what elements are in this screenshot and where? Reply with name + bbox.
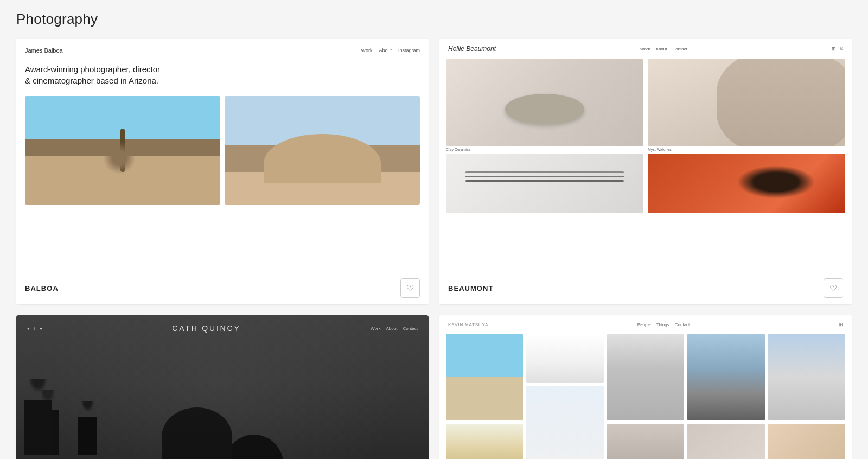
kevin-photo-cliff bbox=[687, 334, 764, 420]
beaumont-photo-watch bbox=[648, 59, 845, 146]
balboa-photo-desert bbox=[25, 96, 220, 205]
beaumont-favorite-button[interactable]: ♡ bbox=[824, 278, 843, 298]
beaumont-preview-inner: Hollie Beaumont Work About Contact ⊞ 𝕏 C… bbox=[439, 39, 852, 272]
beaumont-nav-icons: ⊞ 𝕏 bbox=[832, 46, 843, 52]
kevin-photo-misc1 bbox=[687, 424, 764, 459]
heart-icon: ♡ bbox=[829, 283, 837, 294]
beaumont-nav-contact[interactable]: Contact bbox=[672, 47, 687, 52]
beaumont-grid-icon: ⊞ bbox=[832, 46, 836, 52]
balboa-tagline: Award-winning photographer, director & c… bbox=[25, 63, 166, 86]
beaumont-logo: Hollie Beaumont bbox=[448, 45, 496, 53]
kevin-logo: KEVIN MATSUYA bbox=[448, 322, 488, 327]
template-grid: James Balboa Work About Instagram Award-… bbox=[16, 39, 852, 459]
figure-right bbox=[224, 435, 284, 459]
cathquincy-logo: CATH QUINCY bbox=[172, 324, 240, 333]
kevin-photo-portrait bbox=[607, 334, 684, 420]
beaumont-photo-bowl bbox=[446, 59, 643, 146]
kevin-nav: KEVIN MATSUYA People Things Contact ⊞ bbox=[446, 322, 845, 327]
beaumont-card-name: BEAUMONT bbox=[448, 284, 493, 292]
cathquincy-facebook-icon: f bbox=[34, 326, 35, 331]
kevinmatsuya-preview-inner: KEVIN MATSUYA People Things Contact ⊞ bbox=[439, 315, 852, 459]
balboa-footer: BALBOA ♡ bbox=[16, 272, 429, 304]
beaumont-caption-2: Myst Watches bbox=[648, 148, 845, 151]
kevin-nav-contact[interactable]: Contact bbox=[675, 322, 690, 327]
cathquincy-preview-inner: ● f ● CATH QUINCY Work About Contact bbox=[16, 315, 429, 459]
cathquincy-nav-work[interactable]: Work bbox=[371, 326, 381, 331]
cathquincy-preview: ● f ● CATH QUINCY Work About Contact bbox=[16, 315, 429, 459]
card-cathquincy: ● f ● CATH QUINCY Work About Contact bbox=[16, 315, 429, 459]
beaumont-photo-glasses bbox=[648, 154, 845, 213]
balboa-preview-inner: James Balboa Work About Instagram Award-… bbox=[16, 39, 429, 272]
balboa-favorite-button[interactable]: ♡ bbox=[400, 278, 420, 298]
heart-icon: ♡ bbox=[406, 283, 414, 294]
balboa-nav-work[interactable]: Work bbox=[361, 48, 373, 53]
kevin-photo-white bbox=[526, 386, 603, 459]
cathquincy-instagram-icon: ● bbox=[40, 326, 42, 331]
kevin-col-3 bbox=[607, 334, 684, 459]
cathquincy-nav: ● f ● CATH QUINCY Work About Contact bbox=[16, 324, 429, 333]
card-balboa: James Balboa Work About Instagram Award-… bbox=[16, 39, 429, 304]
cathquincy-nav-about[interactable]: About bbox=[386, 326, 398, 331]
beaumont-footer: BEAUMONT ♡ bbox=[439, 272, 852, 304]
cathquincy-nav-links: Work About Contact bbox=[371, 326, 418, 331]
beaumont-preview: Hollie Beaumont Work About Contact ⊞ 𝕏 C… bbox=[439, 39, 852, 272]
beaumont-nav: Hollie Beaumont Work About Contact ⊞ 𝕏 bbox=[446, 45, 845, 53]
beaumont-nav-about[interactable]: About bbox=[656, 47, 667, 52]
card-beaumont: Hollie Beaumont Work About Contact ⊞ 𝕏 C… bbox=[439, 39, 852, 304]
balboa-photos bbox=[25, 96, 420, 263]
kevin-photo-beach bbox=[446, 334, 523, 420]
beaumont-col-1: Clay Ceramics bbox=[446, 59, 643, 265]
beaumont-photo-grid: Clay Ceramics Myst Watches bbox=[446, 59, 845, 265]
beaumont-col-2: Myst Watches bbox=[648, 59, 845, 265]
balboa-photo-rocks bbox=[225, 96, 420, 205]
beaumont-nav-work[interactable]: Work bbox=[640, 47, 650, 52]
beaumont-nav-links: Work About Contact bbox=[640, 47, 687, 52]
cathquincy-figures bbox=[16, 374, 429, 460]
kevin-nav-people[interactable]: People bbox=[637, 322, 651, 327]
balboa-nav-links: Work About Instagram bbox=[361, 48, 420, 53]
kevin-photo-bleachers bbox=[768, 334, 845, 420]
kevin-nav-things[interactable]: Things bbox=[656, 322, 669, 327]
kevin-col-1 bbox=[446, 334, 523, 459]
beaumont-photo-cables bbox=[446, 154, 643, 213]
figure-left bbox=[162, 407, 232, 459]
kevin-nav-links: People Things Contact bbox=[637, 322, 690, 327]
balboa-card-name: BALBOA bbox=[25, 284, 59, 292]
kevin-col-2 bbox=[526, 334, 603, 459]
balboa-nav: James Balboa Work About Instagram bbox=[25, 47, 420, 54]
kevin-photo-jump bbox=[526, 334, 603, 382]
balboa-nav-instagram[interactable]: Instagram bbox=[398, 48, 420, 53]
beaumont-twitter-icon: 𝕏 bbox=[839, 46, 843, 52]
kevin-photo-arm bbox=[607, 424, 684, 459]
kevin-photo-lamp bbox=[446, 424, 523, 459]
kevin-photo-misc2 bbox=[768, 424, 845, 459]
kevin-nav-icon: ⊞ bbox=[839, 322, 843, 327]
beaumont-caption-1: Clay Ceramics bbox=[446, 148, 643, 151]
cathquincy-nav-contact[interactable]: Contact bbox=[403, 326, 418, 331]
kevin-col-4 bbox=[687, 334, 764, 459]
cathquincy-social-icons: ● f ● bbox=[27, 326, 42, 331]
cathquincy-circle-icon: ● bbox=[27, 326, 30, 331]
balboa-nav-about[interactable]: About bbox=[379, 48, 392, 53]
balboa-logo: James Balboa bbox=[25, 47, 63, 54]
balboa-preview: James Balboa Work About Instagram Award-… bbox=[16, 39, 429, 272]
kevin-col-5 bbox=[768, 334, 845, 459]
card-kevinmatsuya: KEVIN MATSUYA People Things Contact ⊞ bbox=[439, 315, 852, 459]
kevinmatsuya-preview: KEVIN MATSUYA People Things Contact ⊞ bbox=[439, 315, 852, 459]
kevin-photo-row bbox=[446, 334, 845, 459]
page-title: Photography bbox=[16, 11, 852, 28]
